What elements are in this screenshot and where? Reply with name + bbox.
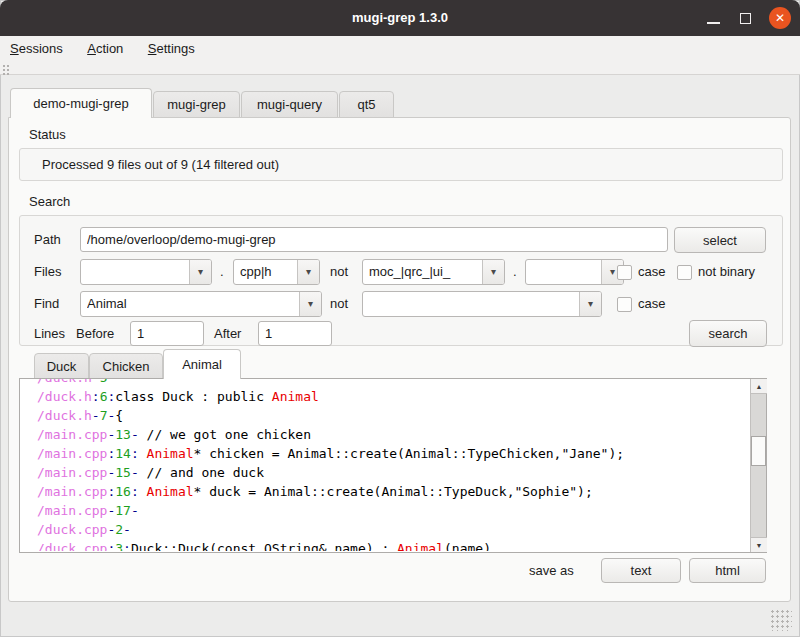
result-line: /main.cpp-13- // we got one chicken — [37, 425, 749, 444]
combo-arrow-icon: ▾ — [190, 265, 211, 279]
tab-label: mugi-grep — [154, 92, 239, 118]
app-window: mugi-grep 1.3.0 ✕ Sessions Action Settin… — [0, 0, 800, 637]
before-input[interactable] — [130, 321, 204, 346]
window-title: mugi-grep 1.3.0 — [0, 0, 800, 36]
files-label: Files — [34, 264, 61, 279]
result-tab-duck[interactable]: Duck — [34, 353, 89, 379]
dot-separator-1: . — [220, 264, 224, 279]
menu-item-action[interactable]: Action — [77, 36, 133, 63]
result-tab-chicken[interactable]: Chicken — [89, 353, 163, 379]
tab-qt5[interactable]: qt5 — [339, 91, 394, 118]
combo-arrow-icon: ▾ — [580, 297, 601, 311]
combo-arrow-icon: ▾ — [483, 265, 504, 279]
lines-label: Lines — [34, 326, 65, 341]
status-text: Processed 9 files out of 9 (14 filtered … — [42, 157, 279, 172]
result-line: /main.cpp:16: Animal* duck = Animal::cre… — [37, 482, 749, 501]
find-not-combo[interactable]: ▾ — [362, 291, 602, 317]
combo-value — [87, 260, 187, 284]
results-viewport: /duck.h-5-/duck.h:6:class Duck : public … — [21, 379, 749, 551]
result-line: /duck.h:6:class Duck : public Animal — [37, 387, 749, 406]
combo-dropdown-button[interactable]: ▾ — [579, 292, 601, 316]
combo-dropdown-button[interactable]: ▾ — [297, 260, 319, 284]
result-line: /main.cpp-15- // and one duck — [37, 463, 749, 482]
tab-label: mugi-query — [242, 92, 337, 118]
files-include-combo[interactable]: ▾ — [80, 259, 212, 285]
path-input[interactable] — [80, 227, 668, 252]
tab-mugi-query[interactable]: mugi-query — [241, 91, 338, 118]
scroll-up-button[interactable]: ▲ — [751, 379, 767, 394]
combo-value: moc_|qrc_|ui_ — [369, 260, 480, 284]
combo-value: Animal — [87, 292, 297, 316]
save-html-button-label: html — [715, 563, 740, 578]
combo-dropdown-button[interactable]: ▾ — [189, 260, 211, 284]
result-tab-label: Animal — [182, 357, 222, 372]
save-html-button[interactable]: html — [689, 558, 766, 583]
toolbar-strip — [0, 63, 800, 75]
files-exclude-ext-combo[interactable]: ▾ — [525, 259, 624, 285]
files-ext-combo[interactable]: cpp|h ▾ — [233, 259, 320, 285]
minimize-icon — [707, 22, 720, 24]
results-content: /duck.h-5-/duck.h:6:class Duck : public … — [21, 379, 749, 551]
files-case-label: case — [638, 264, 665, 279]
search-box: Path select Files ▾ . cpp|h ▾ not moc_|q… — [19, 215, 783, 346]
status-box: Processed 9 files out of 9 (14 filtered … — [19, 148, 783, 181]
not-binary-checkbox[interactable] — [677, 265, 692, 280]
combo-dropdown-button[interactable]: ▾ — [482, 260, 504, 284]
menu-item-settings[interactable]: Settings — [138, 36, 205, 63]
search-group-label: Search — [29, 194, 70, 209]
path-label: Path — [34, 232, 61, 247]
select-button[interactable]: select — [674, 227, 766, 253]
combo-value — [369, 292, 577, 316]
tab-demo-mugi-grep[interactable]: demo-mugi-grep — [10, 88, 152, 118]
combo-arrow-icon: ▾ — [298, 265, 319, 279]
menubar: Sessions Action Settings — [0, 36, 800, 63]
result-line: /main.cpp:14: Animal* chicken = Animal::… — [37, 444, 749, 463]
find-case-checkbox[interactable] — [617, 297, 632, 312]
select-button-label: select — [703, 233, 737, 248]
tab-mugi-grep[interactable]: mugi-grep — [153, 91, 240, 118]
resize-grip[interactable] — [770, 609, 792, 631]
result-line: /main.cpp-17- — [37, 501, 749, 520]
search-button-label: search — [708, 326, 747, 341]
scroll-up-icon: ▲ — [756, 383, 763, 390]
window-titlebar: mugi-grep 1.3.0 ✕ — [0, 0, 800, 36]
tab-label: qt5 — [340, 92, 393, 118]
dot-separator-2: . — [513, 264, 517, 279]
result-line: /duck.h-7-{ — [37, 406, 749, 425]
files-exclude-combo[interactable]: moc_|qrc_|ui_ ▾ — [362, 259, 505, 285]
combo-dropdown-button[interactable]: ▾ — [299, 292, 321, 316]
results-browser[interactable]: /duck.h-5-/duck.h:6:class Duck : public … — [19, 378, 767, 553]
scroll-thumb[interactable] — [751, 436, 766, 466]
save-as-label: save as — [529, 563, 574, 578]
find-label: Find — [34, 296, 59, 311]
find-case-label: case — [638, 296, 665, 311]
vertical-scrollbar[interactable]: ▲ ▼ — [750, 379, 766, 552]
minimize-button[interactable] — [700, 0, 728, 36]
find-pattern-combo[interactable]: Animal ▾ — [80, 291, 322, 317]
not-binary-label: not binary — [698, 264, 755, 279]
search-button[interactable]: search — [689, 320, 767, 347]
result-line: /duck.h-5- — [37, 379, 749, 387]
combo-value: cpp|h — [240, 260, 295, 284]
close-icon: ✕ — [769, 7, 791, 29]
result-tab-animal[interactable]: Animal — [163, 349, 241, 379]
save-text-button[interactable]: text — [601, 558, 681, 583]
files-not-label: not — [330, 264, 348, 279]
after-input[interactable] — [258, 321, 332, 346]
result-tab-label: Duck — [47, 359, 77, 374]
result-tab-label: Chicken — [103, 359, 150, 374]
toolbar-grip[interactable] — [2, 64, 9, 75]
before-label: Before — [76, 326, 114, 341]
close-button[interactable]: ✕ — [766, 0, 794, 36]
tab-pane: Status Processed 9 files out of 9 (14 fi… — [8, 117, 791, 602]
scroll-down-button[interactable]: ▼ — [751, 537, 767, 552]
files-case-checkbox[interactable] — [617, 265, 632, 280]
scroll-down-icon: ▼ — [756, 542, 763, 549]
save-text-button-label: text — [631, 563, 652, 578]
tab-label: demo-mugi-grep — [11, 89, 151, 118]
status-group-label: Status — [29, 127, 66, 142]
find-not-label: not — [330, 296, 348, 311]
maximize-button[interactable] — [732, 0, 760, 36]
after-label: After — [214, 326, 241, 341]
menu-item-sessions[interactable]: Sessions — [0, 36, 73, 63]
